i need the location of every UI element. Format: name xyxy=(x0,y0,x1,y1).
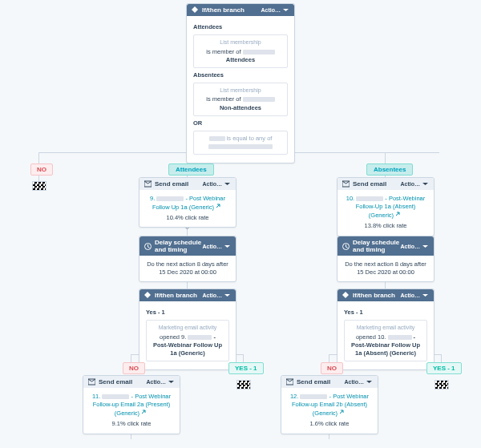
chevron-down-icon xyxy=(366,378,373,385)
filter-card-attendees: List membership is member of xxxx Attend… xyxy=(193,34,288,68)
actions-menu[interactable]: Actio… xyxy=(147,378,176,385)
actions-menu[interactable]: Actio… xyxy=(401,292,430,299)
section-absentees: Absentees xyxy=(193,71,288,79)
email-icon xyxy=(286,378,293,385)
actions-menu[interactable]: Actio… xyxy=(203,243,232,250)
actions-menu[interactable]: Actio… xyxy=(401,243,430,250)
filter-card: Marketing email activityopened 9. xx - P… xyxy=(146,320,229,361)
email-icon xyxy=(88,378,95,385)
clock-icon xyxy=(342,243,350,250)
click-rate: 13.8% click rate xyxy=(344,222,427,230)
branch-icon xyxy=(192,6,199,14)
or-label: OR xyxy=(193,119,288,127)
node-title: If/then branch xyxy=(202,6,245,14)
email-link[interactable]: 10. xxx - Post-Webinar Follow-Up 1a (Abs… xyxy=(346,195,425,219)
actions-menu[interactable]: Actio… xyxy=(203,292,232,299)
branch-pill-no-top[interactable]: NO xyxy=(30,163,53,176)
branch-pill-yes-abs[interactable]: YES - 1 xyxy=(426,362,462,374)
ifthen-branch-attendees[interactable]: If/then branchActio… Yes - 1 Marketing e… xyxy=(139,289,236,370)
external-link-icon xyxy=(216,203,223,210)
actions-menu[interactable]: Actio… xyxy=(203,180,232,188)
send-email-attendees-1[interactable]: Send emailActio… 9. xxx - Post Webinar F… xyxy=(139,177,236,228)
chevron-down-icon xyxy=(422,292,429,299)
chevron-down-icon xyxy=(168,378,175,385)
chevron-down-icon xyxy=(224,180,231,188)
delay-text: Do the next action 8 days after 15 Dec 2… xyxy=(338,256,434,281)
branch-pill-no-att[interactable]: NO xyxy=(123,362,145,374)
actions-menu[interactable]: Actio… xyxy=(345,378,374,385)
chevron-down-icon xyxy=(422,243,429,250)
branch-label-absentees[interactable]: Absentees xyxy=(366,163,413,176)
email-link[interactable]: 12. xxx - Post Webinar Follow-up Email 2… xyxy=(290,393,369,417)
actions-menu[interactable]: Actio… xyxy=(261,6,290,14)
send-email-absentees-2[interactable]: Send emailActio… 12. xxx - Post Webinar … xyxy=(281,375,378,434)
branch-icon xyxy=(144,292,152,299)
branch-pill-no-abs[interactable]: NO xyxy=(321,362,343,374)
ifthen-branch-top[interactable]: If/then branchActio… Attendees List memb… xyxy=(186,3,295,163)
actions-menu[interactable]: Actio… xyxy=(401,180,430,188)
filter-card-absentees: List membership is member of xxxx Non-at… xyxy=(193,83,288,116)
filter-card-or: xx is equal to any of xxxxxxxx xyxy=(193,131,288,155)
delay-attendees[interactable]: Delay schedule and timingActio… Do the n… xyxy=(139,236,236,282)
click-rate: 10.4% click rate xyxy=(146,214,229,222)
chevron-down-icon xyxy=(224,292,231,299)
delay-absentees[interactable]: Delay schedule and timingActio… Do the n… xyxy=(337,236,435,282)
email-link[interactable]: 11. xxx - Post Webinar Follow-up Email 2… xyxy=(92,393,171,417)
email-icon xyxy=(144,180,152,188)
finish-flag xyxy=(32,181,46,191)
click-rate: 9.1% click rate xyxy=(90,420,173,428)
send-email-attendees-2[interactable]: Send emailActio… 11. xxx - Post Webinar … xyxy=(83,375,180,434)
branch-pill-yes-att[interactable]: YES - 1 xyxy=(228,362,264,374)
branch-icon xyxy=(342,292,350,299)
send-email-absentees-1[interactable]: Send emailActio… 10. xxx - Post-Webinar … xyxy=(337,177,435,236)
email-link[interactable]: 9. xxx - Post Webinar Follow Up 1a (Gene… xyxy=(150,195,225,211)
filter-card: Marketing email activityopened 10. xx - … xyxy=(344,320,427,361)
chevron-down-icon xyxy=(422,180,429,188)
section-attendees: Attendees xyxy=(193,23,288,31)
delay-text: Do the next action 8 days after 15 Dec 2… xyxy=(139,256,236,281)
ifthen-branch-absentees[interactable]: If/then branchActio… Yes - 1 Marketing e… xyxy=(337,289,435,370)
chevron-down-icon xyxy=(282,6,289,14)
finish-flag xyxy=(435,380,449,389)
external-link-icon xyxy=(395,211,402,218)
external-link-icon xyxy=(339,409,346,416)
branch-label-attendees[interactable]: Attendees xyxy=(168,163,214,176)
clock-icon xyxy=(144,243,152,250)
click-rate: 1.6% click rate xyxy=(288,420,371,428)
email-icon xyxy=(342,180,350,188)
external-link-icon xyxy=(141,409,148,416)
finish-flag xyxy=(236,380,251,389)
chevron-down-icon xyxy=(224,243,231,250)
